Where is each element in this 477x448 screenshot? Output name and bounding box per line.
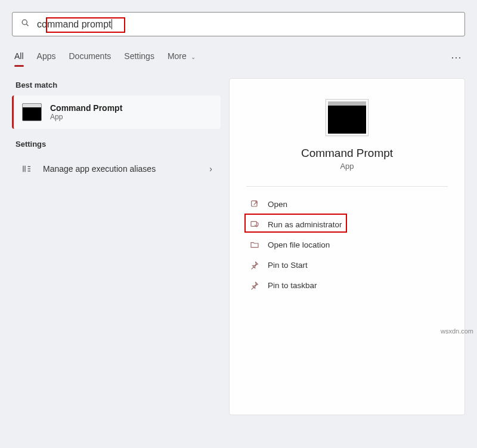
- open-icon: [250, 199, 259, 209]
- divider: [246, 186, 448, 187]
- tab-more-label: More: [168, 51, 187, 61]
- watermark: wsxdn.com: [441, 327, 473, 335]
- action-run-as-administrator[interactable]: Run as administrator: [246, 214, 448, 234]
- preview-title: Command Prompt: [246, 147, 448, 160]
- pin-icon: [250, 280, 259, 290]
- text-caret: [111, 19, 112, 29]
- settings-item-aliases[interactable]: Manage app execution aliases ›: [12, 155, 221, 183]
- search-query-text: command prompt: [37, 19, 111, 30]
- search-box[interactable]: command prompt: [12, 12, 465, 36]
- action-label: Open file location: [268, 240, 330, 249]
- action-open[interactable]: Open: [246, 194, 448, 214]
- action-open-file-location[interactable]: Open file location: [246, 234, 448, 255]
- filter-tabs: All Apps Documents Settings More ⌄ ⋯: [12, 51, 465, 67]
- chevron-right-icon: ›: [209, 164, 212, 174]
- section-header-best-match: Best match: [12, 78, 221, 95]
- best-match-result[interactable]: Command Prompt App: [12, 95, 221, 129]
- action-label: Run as administrator: [268, 220, 342, 229]
- tab-settings[interactable]: Settings: [124, 51, 154, 67]
- tab-all[interactable]: All: [14, 51, 24, 67]
- best-match-subtitle: App: [50, 113, 122, 121]
- action-pin-to-taskbar[interactable]: Pin to taskbar: [246, 275, 448, 295]
- best-match-title: Command Prompt: [50, 103, 122, 113]
- overflow-menu-button[interactable]: ⋯: [451, 51, 463, 67]
- action-pin-to-start[interactable]: Pin to Start: [246, 255, 448, 275]
- tab-more[interactable]: More ⌄: [168, 51, 196, 67]
- preview-subtitle: App: [246, 162, 448, 171]
- shield-icon: [250, 220, 259, 229]
- search-icon: [21, 18, 37, 30]
- svg-line-1: [26, 24, 28, 26]
- folder-icon: [250, 240, 259, 249]
- pin-icon: [250, 260, 259, 270]
- chevron-down-icon: ⌄: [191, 54, 196, 60]
- tab-apps[interactable]: Apps: [37, 51, 56, 67]
- preview-app-icon: [326, 99, 368, 136]
- action-label: Open: [268, 200, 287, 209]
- action-label: Pin to Start: [268, 261, 308, 270]
- action-label: Pin to taskbar: [268, 281, 317, 290]
- section-header-settings: Settings: [12, 137, 221, 155]
- svg-point-0: [22, 20, 27, 24]
- settings-item-label: Manage app execution aliases: [43, 164, 200, 174]
- tab-documents[interactable]: Documents: [69, 51, 111, 67]
- command-prompt-icon: [22, 103, 42, 121]
- aliases-icon: [20, 162, 33, 175]
- svg-rect-8: [251, 221, 256, 226]
- preview-panel: Command Prompt App Open Run as administr…: [229, 78, 465, 415]
